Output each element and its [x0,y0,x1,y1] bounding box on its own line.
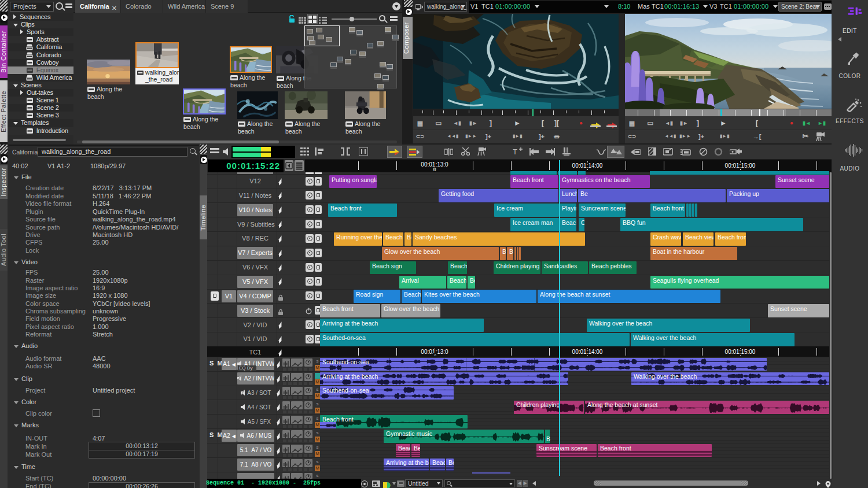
svg-text:T: T [513,147,517,156]
